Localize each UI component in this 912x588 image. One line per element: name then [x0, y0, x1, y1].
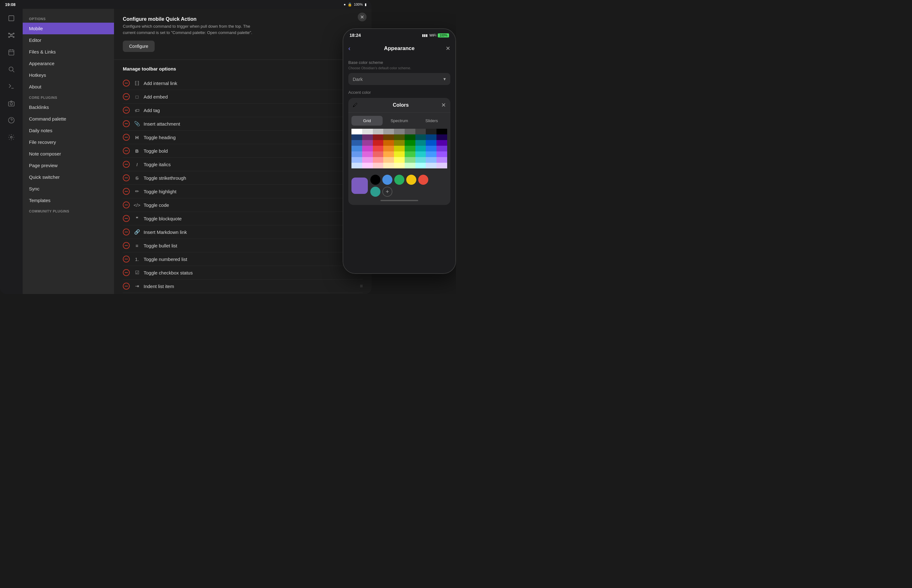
color-cell[interactable] [383, 152, 394, 157]
swatch-teal[interactable] [370, 187, 380, 197]
color-cell[interactable] [405, 134, 416, 140]
color-cell[interactable] [437, 140, 447, 146]
color-cell[interactable] [416, 163, 426, 168]
remove-heading-button[interactable] [123, 134, 130, 141]
remove-embed-button[interactable] [123, 93, 130, 100]
color-cell[interactable] [405, 146, 416, 152]
add-swatch-button[interactable]: + [382, 187, 392, 197]
color-cell[interactable] [351, 129, 362, 134]
color-cell[interactable] [362, 163, 373, 168]
settings-item-daily-notes[interactable]: Daily notes [23, 124, 114, 136]
color-cell[interactable] [416, 134, 426, 140]
phone-nav-close-button[interactable]: ✕ [446, 45, 450, 52]
settings-item-note-composer[interactable]: Note composer [23, 148, 114, 160]
sidebar-icon-settings[interactable] [6, 132, 17, 143]
tab-grid[interactable]: Grid [351, 116, 383, 126]
color-cell[interactable] [373, 140, 383, 146]
tab-spectrum[interactable]: Spectrum [384, 116, 415, 126]
remove-tag-button[interactable] [123, 107, 130, 114]
color-cell[interactable] [373, 157, 383, 163]
settings-item-files-links[interactable]: Files & Links [23, 46, 114, 58]
color-cell[interactable] [416, 157, 426, 163]
color-cell[interactable] [373, 152, 383, 157]
remove-bullet-list-button[interactable] [123, 242, 130, 249]
color-cell[interactable] [394, 129, 405, 134]
drag-handle[interactable]: ≡ [360, 283, 363, 289]
swatch-green[interactable] [394, 175, 404, 185]
remove-indent-button[interactable] [123, 283, 130, 289]
color-cell[interactable] [416, 129, 426, 134]
color-cell[interactable] [351, 140, 362, 146]
selected-color-swatch[interactable] [351, 178, 368, 194]
color-cell[interactable] [383, 163, 394, 168]
settings-item-file-recovery[interactable]: File recovery [23, 136, 114, 148]
swatch-black[interactable] [370, 175, 380, 185]
color-cell[interactable] [437, 129, 447, 134]
color-cell[interactable] [437, 157, 447, 163]
settings-item-sync[interactable]: Sync [23, 183, 114, 194]
color-cell[interactable] [405, 140, 416, 146]
color-cell[interactable] [383, 129, 394, 134]
color-cell[interactable] [394, 146, 405, 152]
color-cell[interactable] [437, 146, 447, 152]
remove-attachment-button[interactable] [123, 120, 130, 127]
color-scheme-dropdown[interactable]: Dark ▾ [348, 73, 450, 85]
settings-item-editor[interactable]: Editor [23, 34, 114, 46]
color-cell[interactable] [394, 134, 405, 140]
sidebar-icon-camera[interactable] [6, 98, 17, 109]
remove-strikethrough-button[interactable] [123, 174, 130, 181]
color-cell[interactable] [426, 146, 437, 152]
color-cell[interactable] [373, 163, 383, 168]
color-cell[interactable] [416, 146, 426, 152]
settings-item-appearance[interactable]: Appearance [23, 58, 114, 69]
color-cell[interactable] [426, 134, 437, 140]
settings-close-button[interactable] [358, 13, 367, 21]
color-cell[interactable] [373, 134, 383, 140]
color-cell[interactable] [362, 129, 373, 134]
color-cell[interactable] [405, 152, 416, 157]
color-cell[interactable] [405, 129, 416, 134]
color-cell[interactable] [351, 146, 362, 152]
color-cell[interactable] [394, 152, 405, 157]
color-cell[interactable] [394, 140, 405, 146]
color-cell[interactable] [351, 157, 362, 163]
color-cell[interactable] [351, 134, 362, 140]
remove-markdown-link-button[interactable] [123, 229, 130, 236]
settings-item-about[interactable]: About [23, 81, 114, 92]
configure-button[interactable]: Configure [123, 40, 155, 52]
color-cell[interactable] [426, 163, 437, 168]
color-cell[interactable] [437, 163, 447, 168]
color-cell[interactable] [394, 163, 405, 168]
settings-item-hotkeys[interactable]: Hotkeys [23, 69, 114, 81]
swatch-blue[interactable] [382, 175, 392, 185]
remove-italics-button[interactable] [123, 161, 130, 168]
color-cell[interactable] [351, 152, 362, 157]
remove-numbered-list-button[interactable] [123, 255, 130, 263]
color-cell[interactable] [362, 140, 373, 146]
colors-popup-close-button[interactable]: ✕ [441, 102, 446, 108]
color-cell[interactable] [426, 140, 437, 146]
color-cell[interactable] [416, 140, 426, 146]
color-cell[interactable] [373, 146, 383, 152]
color-cell[interactable] [416, 152, 426, 157]
settings-item-backlinks[interactable]: Backlinks [23, 101, 114, 113]
settings-item-command-palette[interactable]: Command palette [23, 113, 114, 124]
sidebar-icon-search[interactable] [6, 64, 17, 75]
color-cell[interactable] [362, 146, 373, 152]
phone-back-button[interactable]: ‹ [348, 45, 351, 52]
sidebar-icon-files[interactable] [6, 13, 17, 24]
sidebar-icon-graph[interactable] [6, 29, 17, 41]
sidebar-icon-calendar[interactable] [6, 47, 17, 58]
settings-item-page-preview[interactable]: Page preview [23, 160, 114, 171]
color-cell[interactable] [426, 152, 437, 157]
remove-internal-link-button[interactable] [123, 80, 130, 87]
settings-item-quick-switcher[interactable]: Quick switcher [23, 171, 114, 183]
tab-sliders[interactable]: Sliders [416, 116, 447, 126]
color-cell[interactable] [426, 129, 437, 134]
color-cell[interactable] [437, 152, 447, 157]
color-cell[interactable] [405, 163, 416, 168]
color-cell[interactable] [373, 129, 383, 134]
color-cell[interactable] [362, 152, 373, 157]
color-cell[interactable] [437, 134, 447, 140]
remove-highlight-button[interactable] [123, 188, 130, 195]
